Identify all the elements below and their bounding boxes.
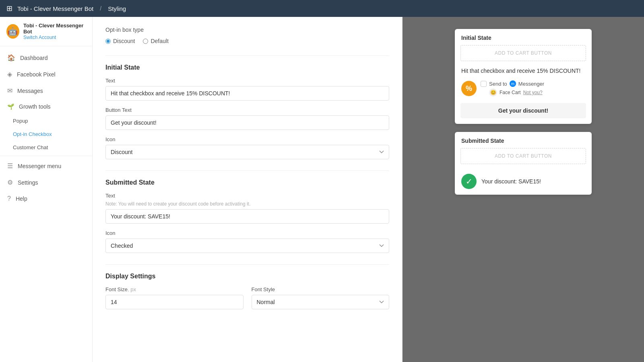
radio-default[interactable]: Default — [143, 38, 168, 44]
sidebar-item-dashboard[interactable]: 🏠 Dashboard — [0, 49, 92, 66]
submitted-add-to-cart: ADD TO CART BUTTON — [460, 148, 586, 164]
messenger-menu-icon: ☰ — [7, 162, 13, 170]
messenger-label: Messenger — [518, 81, 544, 87]
initial-state-title: Initial State — [105, 64, 389, 71]
initial-state-preview-card: Initial State ADD TO CART BUTTON Hit tha… — [455, 29, 592, 124]
form-panel: Opt-in box type Discount Default — [93, 17, 402, 362]
settings-icon: ⚙ — [7, 179, 13, 186]
button-text-field: Button Text — [105, 107, 389, 130]
get-discount-button[interactable]: Get your discount! — [460, 103, 586, 118]
topbar: ⊞ Tobi - Clever Messenger Bot / Styling — [0, 0, 644, 17]
sidebar-item-help[interactable]: ? Help — [0, 191, 92, 207]
switch-account-link[interactable]: Switch Account — [23, 35, 86, 40]
submitted-state-preview-title: Submitted State — [455, 132, 592, 148]
initial-text-label: Text — [105, 78, 389, 84]
growth-tools-icon: 🌱 — [7, 103, 14, 110]
submitted-icon-field: Icon Checked Star Gift — [105, 230, 389, 253]
button-text-label: Button Text — [105, 107, 389, 113]
face-avatar: 😊 — [489, 88, 497, 97]
display-settings-row: Font Size, px Font Style Normal Bold Ita… — [105, 286, 389, 309]
send-to-messenger-row: Send to m Messenger — [481, 80, 544, 87]
grid-icon: ⊞ — [6, 4, 12, 13]
font-size-col: Font Size, px — [105, 286, 244, 309]
sidebar-item-opt-in-checkbox[interactable]: Opt-in Checkbox — [0, 128, 92, 141]
sidebar-sub-label: Opt-in Checkbox — [13, 131, 52, 137]
account-name: Tobi - Clever Messenger Bot — [23, 23, 86, 35]
messenger-checkbox[interactable] — [481, 81, 487, 87]
messages-icon: ✉ — [7, 87, 12, 95]
font-style-select[interactable]: Normal Bold Italic — [252, 295, 390, 309]
radio-discount-input[interactable] — [105, 39, 111, 44]
face-cart-row: 😊 Face Cart Not you? — [489, 88, 544, 97]
initial-text-field: Text — [105, 78, 389, 101]
success-row: ✓ Your discount: SAVE15! — [455, 168, 592, 195]
font-size-label: Font Size, px — [105, 286, 244, 292]
success-text: Your discount: SAVE15! — [481, 178, 541, 185]
sidebar-nav: 🏠 Dashboard ◈ Facebook Pixel ✉ Messages … — [0, 46, 92, 210]
page-name: Styling — [108, 5, 126, 12]
submitted-text-note: Note: You will need to create your disco… — [105, 201, 389, 207]
initial-add-to-cart: ADD TO CART BUTTON — [460, 45, 586, 61]
sidebar-item-messages[interactable]: ✉ Messages — [0, 82, 92, 99]
sidebar: 🤖 Tobi - Clever Messenger Bot Switch Acc… — [0, 17, 93, 362]
radio-default-input[interactable] — [143, 39, 148, 44]
not-you-link[interactable]: Not you? — [523, 90, 543, 95]
submitted-state-preview-card: Submitted State ADD TO CART BUTTON ✓ You… — [455, 132, 592, 195]
face-cart-label: Face Cart — [500, 90, 521, 95]
submitted-text-field: Text Note: You will need to create your … — [105, 193, 389, 224]
initial-checkbox-row: % Send to m Messenger 😊 Face Cart Not y — [455, 78, 592, 99]
radio-discount[interactable]: Discount — [105, 38, 135, 44]
optin-type-label: Opt-in box type — [105, 27, 389, 33]
sidebar-sub-label: Customer Chat — [13, 144, 48, 150]
sidebar-item-growth-tools[interactable]: 🌱 Growth tools — [0, 99, 92, 114]
optin-type-radio-group: Discount Default — [105, 38, 389, 44]
sidebar-item-facebook-pixel[interactable]: ◈ Facebook Pixel — [0, 66, 92, 82]
initial-icon-label: Icon — [105, 136, 389, 142]
initial-state-preview-title: Initial State — [455, 29, 592, 45]
submitted-state-section: Submitted State Text Note: You will need… — [105, 179, 389, 253]
submitted-icon-label: Icon — [105, 230, 389, 236]
submitted-text-label: Text — [105, 193, 389, 199]
app-name: Tobi - Clever Messenger Bot — [17, 5, 93, 12]
avatar: 🤖 — [6, 24, 19, 39]
initial-state-section: Initial State Text Button Text Icon Disc… — [105, 64, 389, 159]
initial-text-input[interactable] — [105, 86, 389, 101]
sidebar-item-label: Messenger menu — [18, 163, 61, 169]
messenger-icon: m — [510, 80, 516, 87]
dashboard-icon: 🏠 — [7, 54, 15, 62]
submitted-state-title: Submitted State — [105, 179, 389, 186]
initial-state-message: Hit that checkbox and receive 15% DISCOU… — [455, 65, 592, 78]
sidebar-item-popup[interactable]: Popup — [0, 114, 92, 128]
submitted-text-input[interactable] — [105, 209, 389, 224]
sidebar-item-messenger-menu[interactable]: ☰ Messenger menu — [0, 158, 92, 174]
radio-default-label: Default — [151, 38, 168, 44]
account-section: 🤖 Tobi - Clever Messenger Bot Switch Acc… — [0, 17, 92, 46]
check-icon: ✓ — [461, 174, 477, 189]
sidebar-item-label: Messages — [17, 88, 43, 94]
send-to-label: Send to — [489, 81, 507, 87]
sidebar-item-settings[interactable]: ⚙ Settings — [0, 174, 92, 191]
sidebar-sub-label: Popup — [13, 118, 28, 124]
sidebar-item-label: Settings — [18, 179, 38, 186]
preview-panel: Initial State ADD TO CART BUTTON Hit tha… — [402, 17, 644, 362]
sidebar-item-label: Dashboard — [20, 55, 48, 61]
sidebar-group-label: Growth tools — [19, 103, 51, 110]
discount-icon: % — [461, 81, 477, 96]
button-text-input[interactable] — [105, 115, 389, 130]
sidebar-item-label: Help — [16, 195, 27, 202]
submitted-icon-select[interactable]: Checked Star Gift — [105, 239, 389, 253]
sidebar-item-customer-chat[interactable]: Customer Chat — [0, 141, 92, 154]
font-size-input[interactable] — [105, 295, 244, 309]
radio-discount-label: Discount — [113, 38, 135, 44]
breadcrumb-separator: / — [100, 5, 101, 12]
initial-icon-select[interactable]: Discount Default — [105, 145, 389, 159]
account-info: Tobi - Clever Messenger Bot Switch Accou… — [23, 23, 86, 40]
initial-icon-field: Icon Discount Default — [105, 136, 389, 159]
facebook-pixel-icon: ◈ — [7, 70, 12, 78]
font-style-label: Font Style — [252, 286, 390, 292]
display-settings-title: Display Settings — [105, 273, 389, 280]
font-style-col: Font Style Normal Bold Italic — [252, 286, 390, 309]
help-icon: ? — [7, 195, 11, 202]
sidebar-item-label: Facebook Pixel — [17, 71, 56, 78]
optin-box-type-section: Opt-in box type Discount Default — [105, 27, 389, 44]
